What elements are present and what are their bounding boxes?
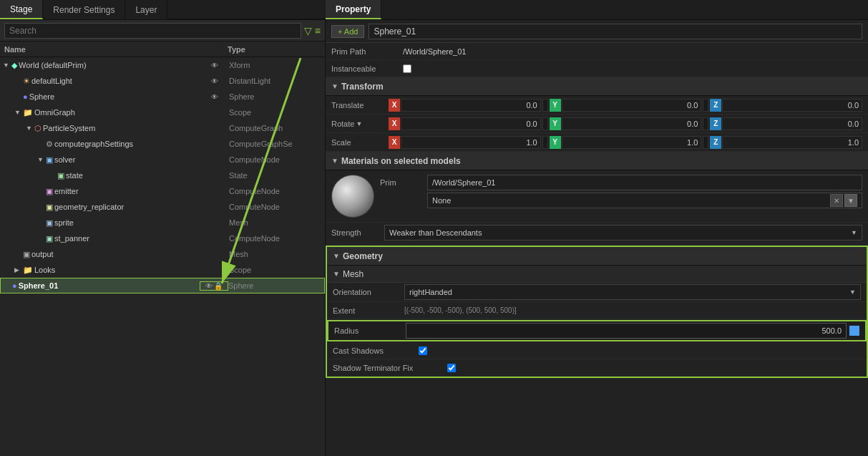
- transform-title: Transform: [341, 82, 384, 92]
- collapse-looks[interactable]: ▶: [14, 266, 21, 273]
- scale-y-input[interactable]: [562, 136, 702, 149]
- x-axis-label-scale: X: [389, 136, 400, 149]
- eye-icon-defaultlight[interactable]: 👁: [211, 77, 218, 85]
- eye-icon-world[interactable]: 👁: [211, 62, 218, 69]
- collapse-solver[interactable]: ▼: [37, 156, 44, 163]
- prim-name-input[interactable]: [369, 24, 862, 39]
- property-body: + Add Prim Path /World/Sphere_01 Instanc…: [326, 20, 868, 456]
- type-output: Mesh: [229, 250, 322, 258]
- light-icon: ☀: [23, 77, 30, 86]
- sphere01-icon: ●: [12, 281, 17, 290]
- eye-icon-sphere-top[interactable]: 👁: [211, 93, 218, 101]
- extent-label: Extent: [333, 306, 404, 315]
- type-computegraphsettings: ComputeGraphSe: [229, 140, 322, 148]
- eye-icon-sphere01[interactable]: 👁: [205, 282, 213, 290]
- radius-indicator: [849, 326, 859, 336]
- radius-input[interactable]: [406, 323, 847, 339]
- translate-x-input[interactable]: [401, 99, 541, 112]
- type-sprite: Mesh: [229, 218, 322, 227]
- tree-item-sprite[interactable]: ▣ sprite Mesh: [0, 215, 325, 231]
- world-icon: ◆: [11, 61, 17, 70]
- cast-shadows-checkbox[interactable]: [419, 346, 427, 355]
- col-name: Name: [4, 45, 199, 54]
- type-omnigraph: Scope: [229, 108, 322, 117]
- geometry-header[interactable]: ▼ Geometry: [327, 247, 867, 266]
- strength-label: Strength: [331, 228, 380, 237]
- geo-replicator-icon: ▣: [46, 203, 53, 212]
- tree-item-particlesystem[interactable]: ▼ ⬡ ParticleSystem ComputeGraph: [0, 120, 325, 136]
- translate-y-input[interactable]: [562, 99, 702, 112]
- tree-item-st-panner[interactable]: ▣ st_panner ComputeNode: [0, 231, 325, 246]
- strength-select[interactable]: Weaker than Descendants ▼: [384, 225, 862, 241]
- tree-item-geometry-replicator[interactable]: ▣ geometry_replicator ComputeNode: [0, 199, 325, 215]
- type-looks: Scope: [229, 266, 322, 274]
- collapse-particlesystem[interactable]: ▼: [26, 125, 33, 132]
- search-input[interactable]: [4, 23, 301, 39]
- tree-item-state[interactable]: ▣ state State: [0, 168, 325, 183]
- materials-section: ▼ Materials on selected models Prim /Wor…: [326, 152, 868, 246]
- instanceable-label: Instanceable: [331, 64, 403, 73]
- material-prim-value: /World/Sphere_01: [427, 175, 862, 190]
- rotate-y-input[interactable]: [562, 117, 702, 130]
- particlesystem-icon: ⬡: [34, 124, 42, 133]
- filter-icon[interactable]: ▽: [304, 25, 312, 37]
- tree-item-omnigraph[interactable]: ▼ 📁 OmniGraph Scope: [0, 105, 325, 120]
- type-world: Xform: [229, 61, 322, 69]
- transform-header[interactable]: ▼ Transform: [326, 77, 868, 96]
- shadow-terminator-checkbox[interactable]: [447, 364, 456, 372]
- instanceable-checkbox[interactable]: [403, 64, 411, 73]
- xyz-sep2: [703, 99, 708, 112]
- omnigraph-icon: 📁: [23, 108, 33, 117]
- sprite-icon: ▣: [46, 218, 53, 228]
- tree-item-sphere-top[interactable]: ● Sphere 👁 Sphere: [0, 89, 325, 105]
- shadow-terminator-label: Shadow Terminator Fix: [333, 364, 447, 372]
- tree-item-emitter[interactable]: ▣ emitter ComputeNode: [0, 183, 325, 199]
- state-icon: ▣: [57, 171, 64, 180]
- tab-render-settings[interactable]: Render Settings: [43, 0, 125, 19]
- material-dropdown-btn[interactable]: ▼: [844, 194, 857, 207]
- tree-item-world[interactable]: ▼ ◆ World (defaultPrim) 👁 Xform: [0, 57, 325, 73]
- tab-property[interactable]: Property: [326, 0, 381, 19]
- tree-item-output[interactable]: ▣ output Mesh: [0, 246, 325, 262]
- extent-value: [(-500, -500, -500), (500, 500, 500)]: [404, 306, 861, 314]
- tree-item-solver[interactable]: ▼ ▣ solver ComputeNode: [0, 152, 325, 168]
- add-button[interactable]: + Add: [331, 25, 364, 38]
- tree-item-looks[interactable]: ▶ 📁 Looks Scope: [0, 262, 325, 278]
- rotate-label: Rotate ▼: [331, 120, 389, 128]
- tree-item-computegraphsettings[interactable]: ⚙ computegraphSettings ComputeGraphSe: [0, 136, 325, 152]
- tree-item-sphere01[interactable]: ● Sphere_01 👁 🔒 Sphere: [0, 278, 325, 294]
- materials-header[interactable]: ▼ Materials on selected models: [326, 152, 868, 170]
- xyz-sep6: [703, 136, 708, 149]
- tab-stage[interactable]: Stage: [0, 0, 43, 19]
- collapse-world[interactable]: ▼: [3, 62, 10, 69]
- scale-z-input[interactable]: [722, 136, 862, 149]
- material-none-value: None ✕ ▼: [427, 193, 862, 208]
- rotate-x-input[interactable]: [401, 117, 541, 130]
- geometry-collapse-icon: ▼: [333, 252, 340, 260]
- scale-x-input[interactable]: [401, 136, 541, 149]
- materials-title: Materials on selected models: [341, 156, 461, 166]
- xyz-sep5: [542, 136, 548, 149]
- translate-z-input[interactable]: [722, 99, 862, 112]
- rotate-dropdown-icon[interactable]: ▼: [356, 120, 362, 127]
- z-axis-label-scale: Z: [710, 136, 721, 149]
- lock-icon-sphere01[interactable]: 🔒: [214, 282, 223, 290]
- collapse-omnigraph[interactable]: ▼: [14, 109, 21, 116]
- z-axis-label-rotate: Z: [710, 117, 721, 130]
- material-clear-btn[interactable]: ✕: [830, 194, 843, 207]
- mesh-header[interactable]: ▼ Mesh: [327, 266, 867, 283]
- scale-label: Scale: [331, 138, 389, 147]
- type-particlesystem: ComputeGraph: [229, 124, 322, 132]
- tab-layer[interactable]: Layer: [125, 0, 167, 19]
- rotate-z-input[interactable]: [722, 117, 862, 130]
- type-state: State: [229, 171, 322, 180]
- type-geo-replicator: ComputeNode: [229, 203, 322, 211]
- solver-icon: ▣: [46, 155, 53, 165]
- filter-options-icon[interactable]: ≡: [315, 25, 321, 37]
- stage-panel: ▽ ≡ Name Type ▼ ◆ World (defaultPrim): [0, 20, 326, 456]
- orientation-select[interactable]: rightHanded ▼: [404, 284, 861, 300]
- mesh-subsection: ▼ Mesh Orientation rightHanded ▼: [327, 266, 867, 377]
- property-panel: + Add Prim Path /World/Sphere_01 Instanc…: [326, 20, 868, 456]
- tree-item-defaultlight[interactable]: ☀ defaultLight 👁 DistantLight: [0, 73, 325, 89]
- xyz-sep4: [703, 117, 708, 130]
